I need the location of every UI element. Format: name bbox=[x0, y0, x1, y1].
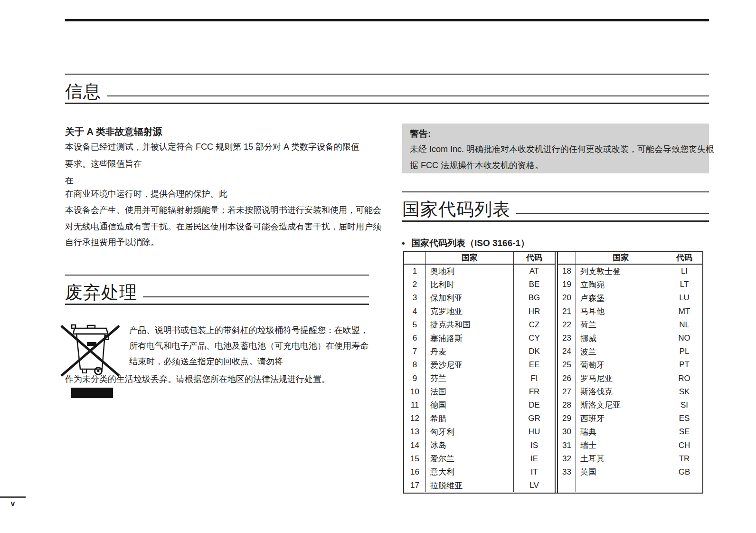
text-line: 对无线电通信造成有害干扰。在居民区使用本设备可能会造成有害干扰，届时用户须 bbox=[65, 222, 381, 232]
top-page-rule bbox=[65, 19, 709, 21]
table-cell-country: 意大利 bbox=[426, 466, 514, 479]
table-cell-code: PT bbox=[666, 358, 702, 371]
table-cell-number: 20 bbox=[558, 291, 576, 305]
table-cell-country: 挪威 bbox=[576, 332, 666, 345]
table-cell-code: LU bbox=[666, 291, 702, 305]
table-header-blank bbox=[558, 252, 576, 265]
table-cell-country: 捷克共和国 bbox=[426, 318, 514, 332]
table-cell-number: 8 bbox=[404, 358, 426, 371]
table-divider bbox=[555, 252, 558, 493]
table-cell-number: 33 bbox=[558, 466, 576, 479]
text-line: 产品、说明书或包装上的带斜杠的垃圾桶符号提醒您：在欧盟， bbox=[129, 325, 369, 335]
table-cell-number: 24 bbox=[558, 345, 576, 358]
table-cell-country: 罗马尼亚 bbox=[576, 372, 666, 385]
table-cell-number: 9 bbox=[404, 372, 426, 385]
table-cell-number: 32 bbox=[558, 452, 576, 466]
table-cell-code: BG bbox=[514, 291, 555, 305]
iso-list-caption: • 国家代码列表（ISO 3166-1） bbox=[402, 237, 529, 249]
table-cell-country: 希腊 bbox=[426, 412, 514, 425]
table-cell-country: 卢森堡 bbox=[576, 291, 666, 305]
table-cell-number: 4 bbox=[404, 305, 426, 318]
table-cell-number: 2 bbox=[404, 278, 426, 291]
country-codes-title: 国家代码列表 bbox=[402, 200, 510, 220]
text-line: 结束时，必须送至指定的回收点。请勿将 bbox=[129, 357, 283, 367]
table-cell-country: 马耳他 bbox=[576, 305, 666, 318]
table-cell-country: 克罗地亚 bbox=[426, 305, 514, 318]
warning-text-line: 未经 Icom Inc. 明确批准对本收发机进行的任何更改或改装，可能会导致您丧… bbox=[410, 143, 714, 155]
table-cell-country: 冰岛 bbox=[426, 438, 514, 452]
table-header-country: 国家 bbox=[426, 252, 514, 265]
table-cell-code: PL bbox=[666, 345, 702, 358]
table-cell-code: ES bbox=[666, 412, 702, 425]
table-cell-code: SI bbox=[666, 399, 702, 412]
table-header-code: 代码 bbox=[514, 252, 555, 265]
table-cell-code: AT bbox=[514, 265, 555, 278]
table-cell-code: IE bbox=[514, 452, 555, 466]
table-cell-number: 30 bbox=[558, 425, 576, 438]
table-cell-country: 立陶宛 bbox=[576, 278, 666, 291]
country-table-right-half: 国家代码18列支敦士登LI19立陶宛LT20卢森堡LU21马耳他MT22荷兰NL… bbox=[558, 252, 702, 493]
fcc-warning-box: 警告: 未经 Icom Inc. 明确批准对本收发机进行的任何更改或改装，可能会… bbox=[402, 124, 709, 173]
table-cell-code: MT bbox=[666, 305, 702, 318]
info-title: 信息 bbox=[65, 83, 101, 103]
table-cell-country: 西班牙 bbox=[576, 412, 666, 425]
table-cell-code: FR bbox=[514, 385, 555, 399]
table-cell-code bbox=[666, 479, 702, 492]
manual-page: { "page": { "number": "v" }, "info_secti… bbox=[0, 0, 756, 533]
table-cell-code: IS bbox=[514, 438, 555, 452]
text-line: 作为未分类的生活垃圾丢弃。请根据您所在地区的法律法规进行处置。 bbox=[65, 374, 330, 384]
disposal-title-rule bbox=[143, 296, 369, 297]
country-code-table: 国家代码1奥地利AT2比利时BE3保加利亚BG4克罗地亚HR5捷克共和国CZ6塞… bbox=[403, 251, 703, 494]
table-cell-country: 荷兰 bbox=[576, 318, 666, 332]
country-table-left-half: 国家代码1奥地利AT2比利时BE3保加利亚BG4克罗地亚HR5捷克共和国CZ6塞… bbox=[404, 252, 555, 493]
table-cell-number: 11 bbox=[404, 399, 426, 412]
iso-list-caption-text: 国家代码列表（ISO 3166-1） bbox=[411, 238, 529, 248]
table-cell-number: 5 bbox=[404, 318, 426, 332]
table-cell-country: 匈牙利 bbox=[426, 425, 514, 438]
table-cell-code: SE bbox=[666, 425, 702, 438]
table-cell-code: LI bbox=[666, 265, 702, 278]
table-cell-number: 22 bbox=[558, 318, 576, 332]
table-cell-number: 26 bbox=[558, 372, 576, 385]
table-cell-number: 13 bbox=[404, 425, 426, 438]
table-cell-country: 瑞士 bbox=[576, 438, 666, 452]
table-cell-number: 27 bbox=[558, 385, 576, 399]
black-bar bbox=[71, 388, 113, 398]
section-heading-info: 信息 bbox=[65, 74, 709, 104]
table-cell-country: 奥地利 bbox=[426, 265, 514, 278]
table-cell-number: 23 bbox=[558, 332, 576, 345]
text-line: 在 bbox=[65, 176, 74, 186]
fcc-subheading: 关于 A 类非故意辐射源 bbox=[65, 125, 162, 138]
table-cell-country: 斯洛文尼亚 bbox=[576, 399, 666, 412]
table-cell-country: 葡萄牙 bbox=[576, 358, 666, 371]
table-cell-country: 列支敦士登 bbox=[576, 265, 666, 278]
table-cell-country: 比利时 bbox=[426, 278, 514, 291]
table-cell-code: DE bbox=[514, 399, 555, 412]
warning-text-line: 据 FCC 法规操作本收发机的资格。 bbox=[410, 160, 543, 171]
text-line: 所有电气和电子产品、电池及蓄电池（可充电电池）在使用寿命 bbox=[129, 341, 369, 351]
table-header-code: 代码 bbox=[666, 252, 702, 265]
weee-crossed-out-wheelie-bin-icon bbox=[60, 321, 120, 378]
table-cell-number: 10 bbox=[404, 385, 426, 399]
text-line: 本设备已经过测试，并被认定符合 FCC 规则第 15 部分对 A 类数字设备的限… bbox=[65, 142, 359, 152]
table-cell-country: 斯洛伐克 bbox=[576, 385, 666, 399]
table-cell-country: 芬兰 bbox=[426, 372, 514, 385]
warning-title: 警告: bbox=[410, 128, 431, 140]
table-cell-code: HR bbox=[514, 305, 555, 318]
table-cell-code: DK bbox=[514, 345, 555, 358]
table-cell-code: GB bbox=[666, 466, 702, 479]
table-header-country: 国家 bbox=[576, 252, 666, 265]
table-cell-code: IT bbox=[514, 466, 555, 479]
table-cell-number: 3 bbox=[404, 291, 426, 305]
table-cell-number: 1 bbox=[404, 265, 426, 278]
section-heading-country-codes: 国家代码列表 bbox=[402, 191, 709, 222]
text-line: 自行承担费用予以消除。 bbox=[65, 238, 159, 247]
table-cell-number: 31 bbox=[558, 438, 576, 452]
table-cell-country: 瑞典 bbox=[576, 425, 666, 438]
table-cell-country: 波兰 bbox=[576, 345, 666, 358]
country-codes-title-rule bbox=[516, 213, 709, 214]
table-cell-country: 丹麦 bbox=[426, 345, 514, 358]
table-cell-code: EE bbox=[514, 358, 555, 371]
info-title-rule bbox=[107, 95, 709, 96]
table-cell-code: LT bbox=[666, 278, 702, 291]
